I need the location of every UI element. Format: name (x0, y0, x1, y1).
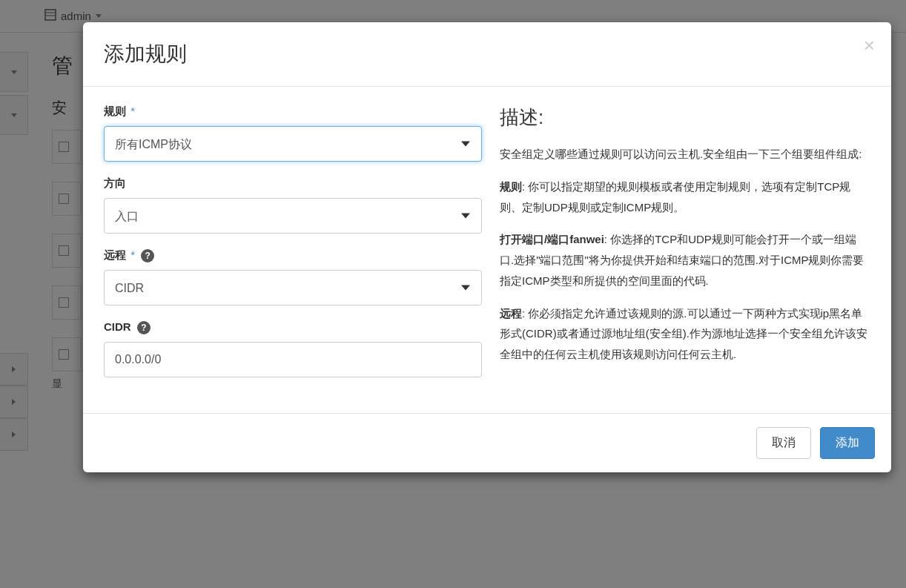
rule-label: 规则 * (104, 105, 482, 119)
description-title: 描述: (500, 105, 870, 131)
rule-field-group: 规则 * 所有ICMP协议 (104, 105, 482, 162)
required-mark: * (130, 248, 135, 261)
cidr-input[interactable] (104, 342, 482, 377)
desc-remote-text: : 你必须指定允许通过该规则的源.可以通过一下两种方式实现ip黑名单形式(CID… (500, 307, 867, 361)
required-mark: * (130, 105, 135, 117)
desc-rule-text: : 你可以指定期望的规则模板或者使用定制规则，选项有定制TCP规则、定制UDP规… (500, 180, 850, 214)
rule-select[interactable]: 所有ICMP协议 (104, 126, 482, 162)
direction-select[interactable]: 入口 (104, 198, 482, 234)
description-intro: 安全组定义哪些通过规则可以访问云主机.安全组由一下三个组要组件组成: (500, 144, 870, 165)
remote-field-group: 远程 * ? CIDR (104, 248, 482, 305)
desc-remote-label: 远程 (500, 307, 522, 320)
add-rule-modal: 添加规则 × 规则 * 所有ICMP协议 方向 入口 (83, 22, 891, 472)
modal-footer: 取消 添加 (83, 413, 891, 472)
close-icon[interactable]: × (864, 36, 875, 55)
cidr-field-group: CIDR ? (104, 320, 482, 377)
rule-label-text: 规则 (104, 105, 126, 117)
description-remote: 远程: 你必须指定允许通过该规则的源.可以通过一下两种方式实现ip黑名单形式(C… (500, 303, 870, 365)
modal-form: 规则 * 所有ICMP协议 方向 入口 (104, 105, 482, 392)
direction-label: 方向 (104, 176, 482, 191)
modal-header: 添加规则 × (83, 22, 891, 87)
submit-button[interactable]: 添加 (820, 427, 875, 459)
cidr-label: CIDR ? (104, 320, 482, 334)
cidr-label-text: CIDR (104, 320, 131, 333)
direction-field-group: 方向 入口 (104, 176, 482, 234)
description-port: 打开端口/端口fanwei: 你选择的TCP和UDP规则可能会打开一个或一组端口… (500, 229, 870, 291)
remote-label: 远程 * ? (104, 248, 482, 262)
remote-select[interactable]: CIDR (104, 270, 482, 305)
desc-rule-label: 规则 (500, 180, 522, 193)
modal-title: 添加规则 (104, 40, 870, 68)
help-icon[interactable]: ? (137, 321, 151, 334)
cancel-button[interactable]: 取消 (756, 427, 811, 459)
desc-port-label: 打开端口/端口fanwei (500, 233, 604, 245)
modal-body: 规则 * 所有ICMP协议 方向 入口 (83, 87, 891, 413)
modal-description: 描述: 安全组定义哪些通过规则可以访问云主机.安全组由一下三个组要组件组成: 规… (500, 105, 870, 392)
help-icon[interactable]: ? (141, 249, 154, 262)
description-rule: 规则: 你可以指定期望的规则模板或者使用定制规则，选项有定制TCP规则、定制UD… (500, 176, 870, 218)
remote-label-text: 远程 (104, 248, 126, 261)
